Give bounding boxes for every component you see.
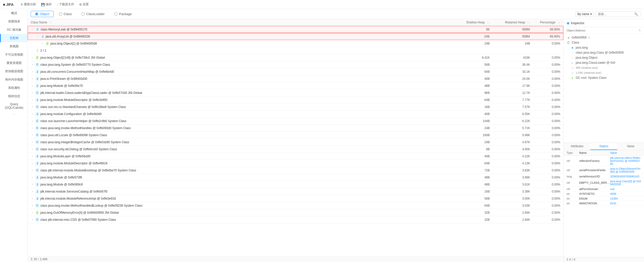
expand-button[interactable]: › bbox=[31, 98, 34, 102]
table-row[interactable]: › J java.util.concurrent.ConcurrentHashM… bbox=[28, 68, 563, 75]
row-label: jdk.internal.module.ModuleReferenceImpl … bbox=[40, 197, 454, 200]
expand-button[interactable]: › bbox=[31, 112, 34, 116]
table-row[interactable]: › C class java.lang.invoke.MethodHandles… bbox=[28, 202, 563, 209]
table-row[interactable]: › C class java.lang.Integer$IntegerCache… bbox=[28, 139, 563, 146]
table-row[interactable]: › C class java.lang.System @ 0xffe00770 … bbox=[28, 61, 563, 68]
statics-row[interactable]: ref EMPTY_CLASS_ARR... java.lang.Class[0… bbox=[564, 179, 644, 187]
table-row[interactable]: › J java.io.PrintStream @ 0x99403d30 40B… bbox=[28, 75, 563, 82]
expand-button[interactable]: › bbox=[31, 197, 34, 200]
expand-button[interactable]: − bbox=[31, 28, 35, 31]
expand-button[interactable]: › bbox=[31, 77, 34, 81]
tree-item-addr[interactable]: ■ 0xffe00958 ⧉ bbox=[564, 35, 644, 40]
expand-button[interactable]: › bbox=[31, 119, 34, 123]
statics-row[interactable]: int ANNOTATION 8192 bbox=[564, 201, 644, 206]
statics-row[interactable]: ref allPermDomain null bbox=[564, 187, 644, 192]
search-input[interactable] bbox=[598, 12, 633, 16]
sidebar-item-oql[interactable]: Query (OQL/Calcite) bbox=[0, 100, 27, 111]
table-row[interactable]: › C class sun.nio.cs.StandardCharsets @ … bbox=[28, 103, 563, 110]
table-row[interactable]: › C class java.lang.invoke.MethodHandles… bbox=[28, 125, 563, 132]
table-row[interactable]: − J java.util.ArrayList @ 0x99400230 24B… bbox=[28, 33, 563, 40]
row-shallow: 96B bbox=[454, 91, 490, 95]
expand-button[interactable]: › bbox=[31, 147, 34, 151]
save-button[interactable]: 💾 储存 bbox=[39, 2, 54, 7]
table-row[interactable]: › C class java.util.Locale @ 0xffe80098 … bbox=[28, 132, 563, 139]
expand-button[interactable]: › bbox=[31, 190, 34, 193]
table-row[interactable]: › C class jdk.internal.module.ModuleBoot… bbox=[28, 167, 563, 174]
table-row[interactable]: › [] java.lang.OutOfMemoryError[4] @ 0x9… bbox=[28, 209, 563, 216]
search-box[interactable]: 🔍 bbox=[596, 11, 641, 17]
table-row[interactable]: › [] java.lang.Object[2148] @ 0xffe739c0… bbox=[28, 54, 563, 61]
table-row[interactable]: › J java.lang.module.ModuleDescriptor @ … bbox=[28, 96, 563, 103]
statics-row[interactable]: ref reflectionFactory jdk.internal.refle… bbox=[564, 156, 644, 166]
table-row[interactable]: › [] java.lang.Object[1] @ 0x994005d8 24… bbox=[28, 40, 563, 47]
copy-icon[interactable]: ⧉ bbox=[588, 36, 590, 39]
tree-item-classloader[interactable]: ▷ java.lang.ClassLoader @ 0x0 bbox=[564, 60, 644, 65]
refresh-icon[interactable]: ↻ bbox=[638, 29, 641, 32]
reanalyze-button[interactable]: ↻ 重新分析 bbox=[19, 2, 38, 7]
expand-button[interactable]: › bbox=[31, 169, 34, 172]
tab-class[interactable]: Class bbox=[55, 11, 76, 17]
expand-button[interactable]: › bbox=[31, 91, 34, 95]
table-row[interactable]: › C jdk.internal.loader.ClassLoaders$App… bbox=[28, 89, 563, 96]
expand-button[interactable]: › bbox=[31, 211, 34, 214]
expand-button[interactable]: › bbox=[31, 218, 34, 221]
sidebar-item-leak[interactable]: 泄露报表 bbox=[0, 17, 27, 26]
row-retained: 3.03K bbox=[490, 204, 530, 207]
tab-attributes[interactable]: Attributes bbox=[564, 143, 590, 150]
expand-button[interactable]: › bbox=[31, 140, 34, 144]
expand-button[interactable]: › bbox=[31, 84, 34, 88]
tree-item-classref[interactable]: → class java.lang.Class @ 0xffe00958 bbox=[564, 50, 644, 55]
sidebar-item-gc[interactable]: GC 根对象 bbox=[0, 26, 27, 34]
sidebar-item-threads[interactable]: 线程信息 bbox=[0, 92, 27, 100]
sidebar-item-offheap[interactable]: 堆外内存视图 bbox=[0, 76, 27, 84]
tree-item-class[interactable]: C Class bbox=[564, 40, 644, 45]
table-row[interactable]: › C class sun.security.util.Debug @ 0xff… bbox=[28, 146, 563, 153]
table-row[interactable]: › J java.lang.module.ModuleDescriptor @ … bbox=[28, 160, 563, 167]
settings-button[interactable]: ⚙ 设置 bbox=[77, 2, 91, 7]
table-row[interactable]: › J java.lang.module.Configuration @ 0xf… bbox=[28, 110, 563, 118]
sidebar-item-class[interactable]: 类视图 bbox=[0, 42, 27, 51]
sidebar-item-sysProps[interactable]: 系统属性 bbox=[0, 84, 27, 92]
statics-row[interactable]: long serialVersionUID 320609345976084616… bbox=[564, 174, 644, 179]
sidebar-item-classloader[interactable]: 类加载器视图 bbox=[0, 67, 27, 76]
download-button[interactable]: ↓ 下载原文件 bbox=[55, 2, 76, 7]
sidebar-item-dominator[interactable]: 支配树 bbox=[0, 34, 27, 42]
statics-row[interactable]: int ENUM 16384 bbox=[564, 196, 644, 201]
expand-button[interactable]: › bbox=[31, 155, 34, 158]
table-row[interactable]: › J jdk.internal.module.ServicesCatalog … bbox=[28, 188, 563, 195]
expand-button[interactable]: › bbox=[31, 162, 34, 165]
tree-item-object[interactable]: ○ java.lang.Object bbox=[564, 55, 644, 60]
sidebar-item-duplicate[interactable]: 重复类视图 bbox=[0, 59, 27, 67]
expand-button[interactable]: − bbox=[36, 35, 40, 38]
tab-classloader[interactable]: ClassLoader bbox=[77, 11, 109, 17]
statics-row[interactable]: int SYNTHETIC 4096 bbox=[564, 192, 644, 196]
expand-button[interactable]: › bbox=[31, 176, 34, 179]
tree-label: GC root: System Class bbox=[576, 76, 606, 80]
table-row[interactable]: › J java.lang.ModuleLayer @ 0xffe56a00 4… bbox=[28, 153, 563, 160]
expand-button[interactable]: › bbox=[31, 70, 34, 73]
table-row[interactable]: › J java.lang.Module @ 0xffe569c8 48B 3.… bbox=[28, 181, 563, 188]
tab-package[interactable]: Package bbox=[110, 11, 136, 17]
table-row[interactable]: › C class jdk.internal.misc.CDS @ 0xffe0… bbox=[28, 216, 563, 223]
tab-object[interactable]: Object bbox=[31, 11, 54, 17]
sort-select[interactable]: By name ▾ bbox=[575, 11, 594, 17]
expand-button[interactable]: › bbox=[31, 63, 34, 66]
table-row[interactable]: › J java.lang.Module @ 0xffe573f8 48B 3.… bbox=[28, 174, 563, 181]
table-row[interactable]: › J java.lang.Module @ 0xffe56e70 48B 17… bbox=[28, 82, 563, 89]
expand-button[interactable]: › bbox=[31, 126, 34, 130]
expand-button[interactable]: › bbox=[31, 105, 34, 109]
expand-button[interactable]: › bbox=[31, 204, 34, 207]
table-row[interactable]: › C class sun.launcher.LauncherHelper @ … bbox=[28, 118, 563, 125]
expand-button[interactable]: › bbox=[41, 42, 44, 45]
tree-item-package[interactable]: ■ java.lang bbox=[564, 45, 644, 50]
tab-value[interactable]: Value bbox=[617, 143, 644, 150]
tab-statics[interactable]: Statics bbox=[590, 143, 617, 150]
sidebar-item-unreachable[interactable]: 不可达类视图 bbox=[0, 51, 27, 59]
expand-button[interactable]: › bbox=[31, 133, 34, 137]
table-row[interactable]: − C class MemoryLeak @ 0x99400170 88 858… bbox=[28, 26, 563, 33]
expand-button[interactable]: › bbox=[31, 183, 34, 186]
table-row[interactable]: › J jdk.internal.module.ModuleReferenceI… bbox=[28, 195, 563, 202]
statics-row[interactable]: ref serialPersistentFields java.io.Objec… bbox=[564, 166, 644, 174]
sidebar-item-overview[interactable]: 概况 bbox=[0, 9, 27, 17]
expand-button[interactable]: › bbox=[31, 56, 34, 59]
